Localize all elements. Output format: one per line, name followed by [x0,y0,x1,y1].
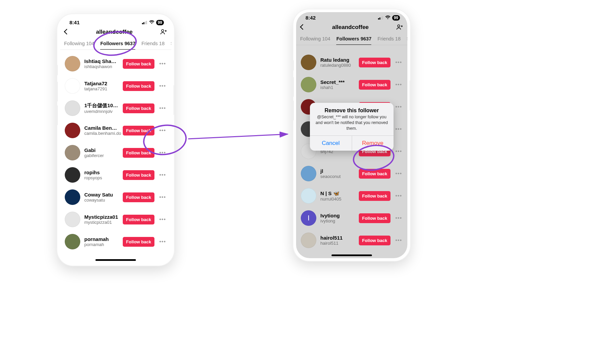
follower-names[interactable]: 1千台儲值10萬金幣…uvemdmnnjolv [84,102,119,114]
cancel-button[interactable]: Cancel [310,136,352,151]
status-time: 8:41 [69,20,80,25]
phone-side-button [293,60,294,71]
tab-following[interactable]: Following 104 [64,39,94,50]
follower-names[interactable]: Mysticpizza01mysticpizza01 [84,214,119,225]
follower-handle: mysticpizza01 [84,220,119,225]
follower-names[interactable]: pornamahpornamah [84,236,119,247]
follower-handle: ropsyops [84,175,119,180]
follower-names[interactable]: ropihsropsyops [84,170,119,180]
dialog-title: Remove this follower [310,103,394,114]
follower-names[interactable]: Camila Benhami Dos…camila.benhami.do [84,125,119,136]
phone-side-button [293,100,294,121]
remove-follower-dialog: Remove this follower @Secret_*** will no… [310,103,394,151]
tab-friends[interactable]: Friends 18 [141,39,165,50]
status-right: 99 [142,20,164,25]
phone-side-button [57,82,58,102]
avatar[interactable] [65,145,80,160]
follower-display-name: ropihs [84,170,119,175]
follower-row: Tatjana72tatjana7291Follow back••• [60,75,171,97]
status-bar: 8:41 99 [60,17,171,26]
tab-suggested[interactable]: Sug [171,39,171,50]
follower-row: ropihsropsyopsFollow back••• [60,164,171,186]
avatar[interactable] [65,100,80,116]
annotation-arrow [188,131,293,145]
add-user-icon[interactable] [160,29,167,35]
follower-display-name: pornamah [84,236,119,242]
avatar[interactable] [65,167,80,183]
follower-names[interactable]: Ishtiaq Shawonishtiaqshawon [84,58,119,69]
home-indicator[interactable] [95,259,136,261]
follower-handle: cowaysatu [84,198,119,203]
more-options-icon[interactable]: ••• [158,216,167,222]
follower-row: Mysticpizza01mysticpizza01Follow back••• [60,208,171,231]
follower-display-name: 1千台儲值10萬金幣… [84,102,119,109]
follower-display-name: Gabi [84,147,119,153]
follower-names[interactable]: Tatjana72tatjana7291 [84,81,119,91]
follower-row: 1千台儲值10萬金幣…uvemdmnnjolvFollow back••• [60,97,171,119]
follower-handle: gabifercer [84,153,119,158]
svg-point-4 [162,30,164,32]
follower-display-name: Mysticpizza01 [84,214,119,220]
avatar[interactable] [65,123,80,138]
phone-side-button [410,80,411,111]
follow-back-button[interactable]: Follow back [123,237,154,247]
follower-row: pornamahpornamahFollow back••• [60,231,171,253]
more-options-icon[interactable]: ••• [158,83,167,89]
svg-rect-1 [143,22,144,24]
follower-display-name: Coway Satu [84,192,119,198]
svg-rect-2 [145,22,146,24]
follower-display-name: Ishtiaq Shawon [84,58,119,64]
follow-back-button[interactable]: Follow back [123,59,154,69]
phone-side-button [57,105,58,125]
dialog-body: @Secret_*** will no longer follow you an… [310,114,394,135]
svg-rect-0 [142,23,143,24]
phone-right: 8:42 99 alleandcoffee Following 104 Foll… [293,9,411,262]
avatar[interactable] [65,56,80,71]
avatar[interactable] [65,234,80,249]
follower-display-name: Camila Benhami Dos… [84,125,119,131]
phone-side-button [57,65,58,75]
follower-handle: uvemdmnnjolv [84,109,119,114]
more-options-icon[interactable]: ••• [158,239,167,245]
avatar[interactable] [65,189,80,205]
more-options-icon[interactable]: ••• [158,61,167,67]
svg-line-14 [188,134,288,139]
follower-handle: tatjana7291 [84,86,119,91]
follow-back-button[interactable]: Follow back [123,81,154,91]
phone-side-button [293,77,294,97]
follower-display-name: Tatjana72 [84,81,119,86]
followers-list: Ishtiaq ShawonishtiaqshawonFollow back••… [60,50,171,263]
follower-handle: camila.benhami.do [84,131,119,136]
follower-names[interactable]: Gabigabifercer [84,147,119,158]
follower-handle: pornamah [84,242,119,247]
screen: 8:42 99 alleandcoffee Following 104 Foll… [296,12,407,258]
follower-row: Coway SatucowaysatuFollow back••• [60,186,171,208]
avatar[interactable] [65,78,80,94]
avatar[interactable] [65,212,80,227]
more-options-icon[interactable]: ••• [158,194,167,200]
follow-back-button[interactable]: Follow back [123,103,154,113]
more-options-icon[interactable]: ••• [158,172,167,178]
battery-level: 99 [156,20,164,25]
svg-rect-3 [146,21,147,24]
signal-icon [142,20,147,25]
follower-row: Ishtiaq ShawonishtiaqshawonFollow back••… [60,53,171,75]
follower-names[interactable]: Coway Satucowaysatu [84,192,119,203]
back-icon[interactable] [65,29,69,35]
phone-side-button [174,85,175,115]
modal-overlay: Remove this follower @Secret_*** will no… [296,12,407,258]
follower-handle: ishtiaqshawon [84,64,119,69]
wifi-icon [149,20,154,25]
follow-back-button[interactable]: Follow back [123,170,154,180]
follow-back-button[interactable]: Follow back [123,192,154,202]
more-options-icon[interactable]: ••• [158,105,167,111]
follow-back-button[interactable]: Follow back [123,215,154,224]
